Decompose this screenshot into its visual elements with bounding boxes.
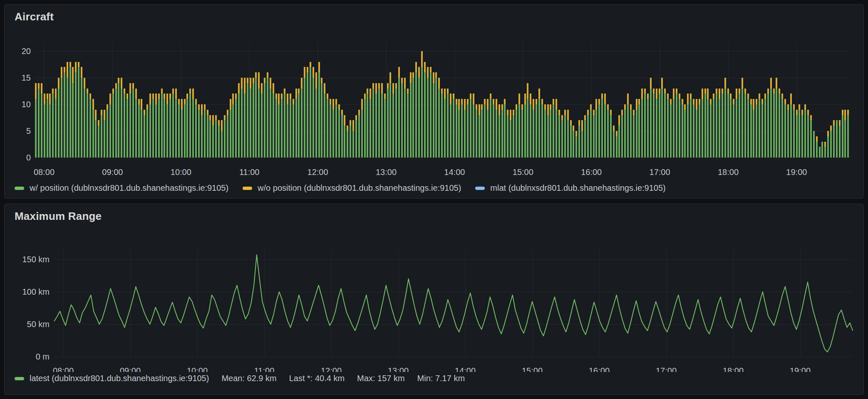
legend-series-swatch-icon <box>243 187 252 190</box>
y-axis-tick-label: 20 <box>22 47 31 56</box>
legend-series-label: latest (dublnxsdr801.dub.shanehastings.i… <box>30 374 209 383</box>
y-axis-tick-label: 5 <box>26 126 31 135</box>
aircraft-bar-chart[interactable]: 0510152008:0009:0010:0011:0012:0013:0014… <box>5 5 863 179</box>
legend-series-swatch-icon <box>15 377 24 380</box>
x-axis-tick-label: 15:00 <box>522 366 543 372</box>
legend-series-label: mlat (dublnxsdr801.dub.shanehastings.ie:… <box>490 183 665 193</box>
x-axis-tick-label: 16:00 <box>589 366 610 372</box>
x-axis-tick-label: 09:00 <box>120 366 141 372</box>
maximum-range-legend: latest (dublnxsdr801.dub.shanehastings.i… <box>15 374 465 383</box>
legend-stat: Max: 157 km <box>357 374 404 383</box>
y-axis-tick-label: 10 <box>22 100 31 109</box>
legend-stat: Min: 7.17 km <box>417 374 465 383</box>
x-axis-tick-label: 17:00 <box>650 167 670 177</box>
x-axis-tick-label: 14:00 <box>455 366 476 372</box>
legend-series-label: w/o position (dublnxsdr801.dub.shanehast… <box>258 183 461 193</box>
x-axis-tick-label: 13:00 <box>376 167 397 177</box>
legend-stat: Mean: 62.9 km <box>221 374 276 383</box>
x-axis-tick-label: 19:00 <box>790 366 811 372</box>
x-axis-tick-label: 12:00 <box>308 167 328 177</box>
panel-maximum-range: Maximum Range 0 m50 km100 km150 km08:000… <box>4 204 864 395</box>
x-axis-tick-label: 17:00 <box>656 366 677 372</box>
x-axis-tick-label: 09:00 <box>102 167 123 177</box>
y-axis-tick-label: 0 m <box>36 352 50 361</box>
x-axis-tick-label: 11:00 <box>254 366 275 372</box>
legend-stat: Last *: 40.4 km <box>289 374 345 383</box>
legend-item[interactable]: w/o position (dublnxsdr801.dub.shanehast… <box>243 183 461 193</box>
x-axis-tick-label: 08:00 <box>34 167 55 177</box>
y-axis-tick-label: 0 <box>26 153 31 162</box>
legend-series-swatch-icon <box>475 187 485 190</box>
x-axis-tick-label: 11:00 <box>239 167 260 177</box>
y-axis-tick-label: 100 km <box>22 287 50 296</box>
x-axis-tick-label: 10:00 <box>171 167 191 177</box>
legend-item[interactable]: w/ position (dublnxsdr801.dub.shanehasti… <box>15 183 228 193</box>
x-axis-tick-label: 18:00 <box>718 167 739 177</box>
x-axis-tick-label: 10:00 <box>187 366 208 372</box>
x-axis-tick-label: 19:00 <box>786 167 807 177</box>
x-axis-tick-label: 16:00 <box>581 167 602 177</box>
legend-series-label: w/ position (dublnxsdr801.dub.shanehasti… <box>30 183 228 193</box>
x-axis-tick-label: 15:00 <box>513 167 533 177</box>
grafana-dashboard: Aircraft 0510152008:0009:0010:0011:0012:… <box>0 0 868 399</box>
panel-aircraft: Aircraft 0510152008:0009:0010:0011:0012:… <box>4 4 864 199</box>
legend-series-swatch-icon <box>15 187 24 190</box>
maximum-range-line-chart[interactable]: 0 m50 km100 km150 km08:0009:0010:0011:00… <box>5 204 863 372</box>
x-axis-tick-label: 18:00 <box>723 366 744 372</box>
x-axis-tick-label: 14:00 <box>444 167 465 177</box>
y-axis-tick-label: 15 <box>22 73 31 82</box>
legend-item[interactable]: mlat (dublnxsdr801.dub.shanehastings.ie:… <box>475 183 665 193</box>
x-axis-tick-label: 13:00 <box>388 366 409 372</box>
x-axis-tick-label: 08:00 <box>53 366 74 372</box>
x-axis-tick-label: 12:00 <box>321 366 342 372</box>
aircraft-legend: w/ position (dublnxsdr801.dub.shanehasti… <box>15 183 666 193</box>
y-axis-tick-label: 50 km <box>27 320 50 329</box>
y-axis-tick-label: 150 km <box>22 255 50 264</box>
legend-item[interactable]: latest (dublnxsdr801.dub.shanehastings.i… <box>15 374 465 383</box>
